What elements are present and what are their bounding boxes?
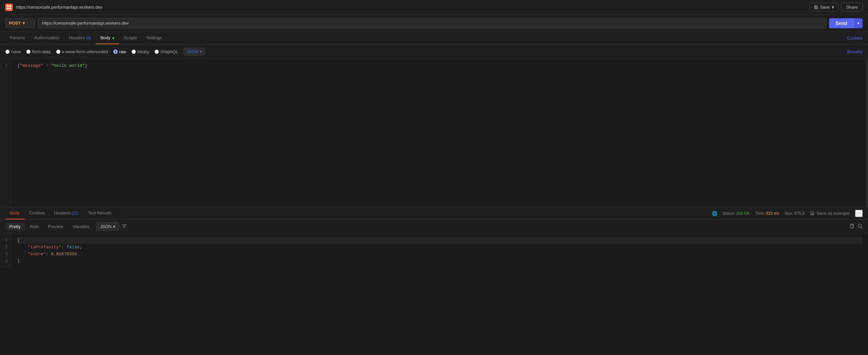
method-label: POST	[9, 21, 21, 26]
copy-button[interactable]	[849, 224, 854, 230]
svg-point-11	[858, 224, 861, 227]
cookies-link[interactable]: Cookies	[847, 35, 863, 40]
save-label: Save	[820, 5, 830, 10]
format-pretty[interactable]: Pretty	[5, 223, 25, 230]
status-value: 200 OK	[736, 211, 750, 216]
size-value: 675 B	[795, 211, 805, 216]
more-options-button[interactable]: ···	[855, 210, 863, 217]
resp-code-content: { "isProfanity": false, "score": 0.81670…	[12, 234, 868, 268]
resp-line-num-4: 4	[4, 258, 8, 265]
resp-tab-test-results[interactable]: Test Results	[84, 207, 116, 219]
resp-headers-badge: (11)	[71, 211, 79, 215]
main-layout: POST ▾ Send ▾ Params Authorization Heade…	[0, 14, 868, 355]
save-button[interactable]: Save ▾	[809, 3, 839, 12]
send-btn-group: Send ▾	[829, 18, 863, 28]
save-example-button[interactable]: Save as example	[810, 211, 850, 216]
resp-tab-cookies[interactable]: Cookies	[25, 207, 50, 219]
response-format-bar: Pretty Raw Preview Visualize JSON ▾	[0, 220, 868, 234]
title-bar-left: https://censorsafe.performantapi.workers…	[5, 4, 102, 11]
option-binary[interactable]: binary	[132, 49, 149, 54]
svg-rect-1	[9, 5, 11, 7]
resp-code-line-3: "score": 0.81670356	[17, 251, 863, 258]
json-dropdown-chevron: ▾	[113, 224, 115, 229]
code-editor[interactable]: 1 {"message" : "hello world"}	[0, 59, 868, 207]
tab-authorization[interactable]: Authorization	[30, 32, 64, 44]
json-type-select[interactable]: JSON ▾	[183, 48, 205, 56]
tabs-left: Params Authorization Headers (8) Body Sc…	[5, 32, 166, 44]
send-dropdown-button[interactable]: ▾	[854, 18, 863, 28]
format-options: Pretty Raw Preview Visualize JSON ▾	[5, 223, 127, 231]
svg-line-12	[861, 227, 862, 228]
response-meta: 🌐 Status: 200 OK Time: 915 ms Size: 675 …	[712, 210, 863, 217]
share-button[interactable]: Share	[841, 3, 863, 12]
resp-tab-body[interactable]: Body	[5, 207, 25, 219]
line-number-1: 1	[4, 62, 8, 69]
response-tabs-bar: Body Cookies Headers (11) Test Results 🌐…	[0, 207, 868, 220]
headers-badge: (8)	[86, 35, 91, 40]
time-value: 915 ms	[766, 211, 779, 216]
body-options-left: none form-data x-www-form-urlencoded raw…	[5, 48, 205, 56]
svg-rect-0	[7, 5, 9, 7]
resp-code-line-1: {	[17, 237, 863, 244]
title-bar: https://censorsafe.performantapi.workers…	[0, 0, 868, 14]
tab-headers[interactable]: Headers (8)	[64, 32, 96, 44]
request-tabs-bar: Params Authorization Headers (8) Body Sc…	[0, 32, 868, 45]
resp-line-num-2: 2	[4, 244, 8, 251]
format-raw[interactable]: Raw	[26, 223, 42, 230]
option-graphql[interactable]: GraphQL	[155, 49, 178, 54]
code-content[interactable]: {"message" : "hello world"}	[12, 59, 866, 207]
response-tabs-left: Body Cookies Headers (11) Test Results	[5, 207, 116, 219]
line-numbers: 1	[0, 59, 12, 207]
option-urlencoded[interactable]: x-www-form-urlencoded	[56, 49, 108, 54]
tab-params[interactable]: Params	[5, 32, 30, 44]
filter-icon[interactable]	[122, 224, 127, 229]
resp-code-line-4: }	[17, 258, 863, 265]
app-icon	[5, 4, 12, 11]
scrollbar	[866, 59, 868, 207]
method-select[interactable]: POST ▾	[5, 18, 35, 28]
body-options: none form-data x-www-form-urlencoded raw…	[0, 45, 868, 59]
format-preview[interactable]: Preview	[44, 223, 67, 230]
url-input[interactable]	[38, 18, 827, 28]
tab-scripts[interactable]: Scripts	[119, 32, 142, 44]
response-code: 1 2 3 4 { "isProfanity": false, "score":…	[0, 234, 868, 268]
resp-code-line-2: "isProfanity": false,	[17, 244, 863, 251]
option-raw[interactable]: raw	[113, 49, 126, 54]
editor-section: 1 {"message" : "hello world"}	[0, 59, 868, 207]
format-visualize[interactable]: Visualize	[68, 223, 94, 230]
request-bar: POST ▾ Send ▾	[0, 14, 868, 32]
title-url: https://censorsafe.performantapi.workers…	[16, 5, 102, 10]
save-chevron: ▾	[832, 5, 834, 10]
resp-line-num-3: 3	[4, 251, 8, 258]
resp-tab-headers[interactable]: Headers (11)	[50, 207, 84, 219]
option-form-data[interactable]: form-data	[26, 49, 51, 54]
resp-line-num-1: 1	[4, 237, 8, 244]
format-tabs: Pretty Raw Preview Visualize	[5, 223, 94, 230]
code-line-1: {"message" : "hello world"}	[17, 62, 861, 69]
option-none[interactable]: none	[5, 49, 21, 54]
svg-rect-2	[7, 8, 9, 9]
method-chevron: ▾	[23, 21, 25, 26]
svg-rect-5	[815, 6, 816, 7]
title-bar-right: Save ▾ Share	[809, 3, 863, 12]
globe-icon: 🌐	[712, 211, 717, 216]
format-right-icons	[849, 224, 863, 230]
tab-settings[interactable]: Settings	[142, 32, 166, 44]
status-label: Status: 200 OK	[723, 211, 750, 216]
json-chevron: ▾	[200, 49, 202, 54]
send-button[interactable]: Send	[829, 18, 854, 28]
tab-body[interactable]: Body	[96, 32, 119, 44]
body-active-dot	[112, 37, 114, 39]
svg-rect-3	[9, 8, 11, 9]
resp-line-numbers: 1 2 3 4	[0, 234, 12, 268]
beautify-button[interactable]: Beautify	[847, 49, 863, 54]
svg-rect-6	[811, 213, 813, 215]
time-label: Time: 915 ms	[755, 211, 779, 216]
response-json-dropdown[interactable]: JSON ▾	[96, 223, 119, 231]
response-section: Body Cookies Headers (11) Test Results 🌐…	[0, 207, 868, 355]
size-label: Size: 675 B	[784, 211, 805, 216]
search-button[interactable]	[857, 224, 863, 230]
svg-rect-10	[850, 225, 854, 228]
